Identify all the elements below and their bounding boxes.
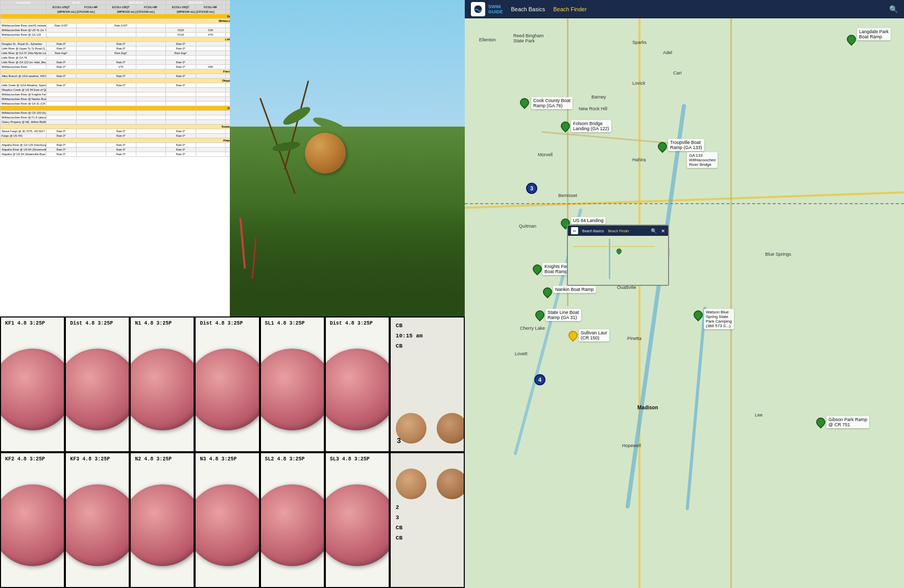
city-adel: Adel [663,50,672,55]
right-panel: Langdale ParkBoat Ramp Cook County BoatR… [465,0,904,588]
petri-n2-dish [130,484,195,566]
units-3: [MPN/100 mL] [CFU/100 mL] [166,10,226,14]
composite-header: Composite [1,1,46,5]
svg-point-0 [474,5,482,13]
highway-2 [638,0,640,588]
cb-label-bottom-3: CB [396,525,402,531]
city-madison: Madison [637,405,658,410]
petri-sl1: SL1 4.8 3:25P [260,316,325,452]
petri-n1: N1 4.8 3:25P [130,316,195,452]
city-lee: Lee [755,412,763,418]
petri-n3-dish [195,484,259,566]
marker-stateline[interactable] [535,310,544,320]
petri-kf3-dish [65,484,130,566]
inset-search-icon[interactable]: 🔍 [651,228,657,234]
marker-nankin-label: Nankin Boat Ramp [553,286,596,293]
city-cherry-lake: Cherry Lake [520,326,545,331]
inset-beach-basics[interactable]: Beach Basics [582,229,604,233]
city-hahira: Hahira [632,157,646,162]
marker-gibson[interactable] [816,418,825,427]
ecoli-3: ECOLI-1/5QT [166,5,196,10]
petri-kf3: KF3 4.8 3:25P [65,452,130,588]
petri-sl2: SL2 4.8 3:25P [260,452,325,588]
fcoli-2: FCOLI-MF [136,5,166,10]
marker-folsom-label: Folsom BridgeLanding (GA 122) [571,120,611,132]
swim-guide-logo-area: SWIMGUIDE [471,2,503,16]
city-cari: Cari [673,70,682,76]
nature-photo-bg [230,0,465,316]
units-header [1,10,46,14]
cb-label-bottom-2: 3 [396,514,399,521]
petri-dist3-dish [325,349,390,430]
inset-close-icon[interactable]: ✕ [661,228,665,234]
navbar-beach-finder[interactable]: Beach Finder [553,6,586,12]
marker-langdale[interactable] [847,35,856,44]
petri-sl2-dish [260,484,325,566]
date-0403: 04-03 [46,1,106,5]
units-2: [MPN/100 mL] [CFU/100 mL] [106,10,166,14]
ecoli-2: ECOLI-1/5QT [106,5,136,10]
fcoli-3: FCOLI-MF [196,5,226,10]
col-header-blank [1,5,46,10]
petri-kf1-label: KF1 4.8 3:25P [5,321,45,326]
swim-guide-text: SWIMGUIDE [488,4,503,14]
city-blue-springs: Blue Springs [765,252,791,257]
date-0404: 2021-04-04 [106,1,166,5]
inset-beach-finder[interactable]: Beach Finder [608,229,629,233]
marker-langdale-label: Langdale ParkBoat Ramp [857,28,891,40]
marker-4[interactable]: 4 [534,374,545,385]
marker-nankin[interactable] [543,287,552,297]
search-icon[interactable]: 🔍 [889,5,898,13]
city-ellenton: Ellenton [479,37,496,42]
marker-cook-label: Cook County BoatRamp (GA 76) [531,97,573,109]
nature-photo [230,0,465,316]
row-label: Douglas St., Royal St., Sylvester [1,42,46,46]
date-0405: 2021-04-05 [166,1,226,5]
petri-dist1-dish [65,349,130,430]
petri-n1-dish [130,349,195,430]
petri-dist2: Dist 4.8 3:25P [195,316,259,452]
petri-section: KF1 4.8 3:25P Dist 4.8 3:25P N1 4.8 3:25… [0,316,465,588]
petri-dist3: Dist 4.8 3:25P [325,316,390,452]
petri-bottom-row: KF2 4.8 3:25P KF3 4.8 3:25P N2 4.8 3:25P… [0,452,465,588]
cb-label-1: CB [396,323,402,329]
cell: Rain 0.00* [46,23,77,28]
marker-watson[interactable] [694,310,703,320]
swim-guide-logo [471,2,485,16]
fcoli-1: FCOLI-MF [76,5,106,10]
marker-gibson-label: Gibson Park Ramp@ CR 751 [826,416,869,428]
city-new-rock-hill: New Rock Hill [579,106,607,111]
city-bemisset: Bemisset [558,193,577,198]
navbar-beach-basics[interactable]: Beach Basics [511,6,545,12]
city-pinetta: Pinetta [627,336,641,341]
marker-troupville[interactable] [658,142,667,151]
city-morvell: Morvell [538,152,553,157]
petri-dist2-label: Dist 4.8 3:25P [200,321,243,326]
row-label: Withlacoochee River @ GA 133 [1,33,46,37]
petri-dist3-label: Dist 4.8 3:25P [330,321,373,326]
petri-dist2-dish [195,349,259,430]
petri-n2-label: N2 4.8 3:25P [135,456,172,462]
marker-troupville-label: Troupville BoatRamp (GA 133) [668,139,704,151]
petri-kf2-label: KF2 4.8 3:25P [5,456,45,462]
marker-3[interactable]: 3 [526,183,537,194]
ecoli-1: ECOLI-1/5QT [46,5,77,10]
inset-logo: SG [571,227,578,234]
map-container[interactable]: Langdale ParkBoat Ramp Cook County BoatR… [465,0,904,588]
row-label: Withlacoochee River @ US 41 (nr. Valdost… [1,28,46,33]
row-label: Withlacoochee River (sw/AL neisseria 5/1… [1,23,46,28]
cell [196,23,226,28]
petri-sl3-label: SL3 4.8 3:25P [330,456,370,462]
state-line [465,203,904,204]
city-lovett: Lovett [515,351,528,356]
petri-sl1-dish [260,349,325,430]
units-1: [MPN/100 mL] [CFU/100 mL] [46,10,106,14]
marker-folsom[interactable] [561,121,570,131]
marker-cook[interactable] [520,98,529,107]
marker-sullivan[interactable] [568,331,578,340]
cell [136,23,166,28]
petri-n1-label: N1 4.8 3:25P [135,321,172,326]
cell: Rain 0.00* [106,23,136,28]
marker-us84-label: US 84 Landing [571,217,606,224]
marker-knights[interactable] [533,264,542,274]
